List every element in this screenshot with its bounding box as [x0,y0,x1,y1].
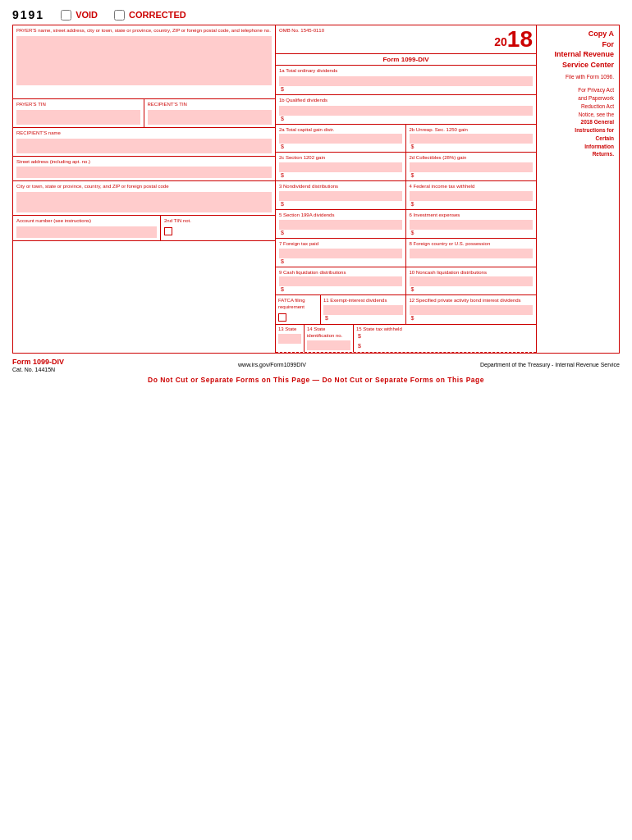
form-copy-number: 9191 [12,8,44,21]
state-14-input[interactable] [307,340,350,350]
field-3-cell: 3 Nondividend distributions $ [276,181,406,209]
field-12-input[interactable] [410,305,534,315]
field-10-input[interactable] [410,276,534,286]
field-7-text: Foreign tax paid [283,241,318,246]
field-1a-input[interactable] [279,76,533,86]
void-checkbox[interactable] [61,10,71,21]
field-2a-2b-row: 2a Total capital gain distr. $ 2b Unreap… [276,125,536,153]
field-2c-num: 2c [279,155,284,160]
field-8-label: 8 Foreign country or U.S. possession [410,241,534,248]
do-not-cut-1: Do Not Cut or Separate Forms on This Pag… [148,376,310,384]
field-2d-text: Collectibles (28%) gain [416,155,466,160]
field-1b-dollar: $ [281,116,533,121]
corrected-checkbox[interactable] [114,10,125,21]
second-tin-cell: 2nd TIN not. [161,216,275,240]
field-12-dollar: $ [411,315,534,321]
field-1b-section: 1b Qualified dividends $ [276,95,536,125]
field-8-input[interactable] [410,249,534,258]
field-7-num: 7 [279,241,282,246]
fatca-11-12-row: FATCA filing requirement 11 Exempt-inter… [276,295,536,325]
recipient-tin-label: RECIPIENT'S TIN [148,102,272,108]
privacy-line5: 2018 General [542,118,614,126]
field-4-label: 4 Federal income tax withheld [410,184,534,190]
state-15-dollar1: $ [358,333,534,339]
field-1b-input[interactable] [279,106,533,116]
fatca-checkbox[interactable] [278,313,286,322]
state-14-label: 14 State identification no. [307,326,350,340]
field-2a-input[interactable] [279,134,402,144]
footer-form-number: Form 1099-DIV [12,358,64,366]
city-input[interactable] [16,192,272,212]
copy-a-title: Copy A For Internal Revenue Service Cent… [542,29,614,70]
field-2a-num: 2a [279,127,285,132]
field-1a-section: 1a Total ordinary dividends $ [276,66,536,95]
field-3-input[interactable] [279,191,402,201]
field-2d-input[interactable] [410,162,534,172]
field-8-text: Foreign country or U.S. possession [414,241,491,246]
field-11-dollar: $ [325,315,403,321]
account-tin-row: Account number (see instructions) 2nd TI… [13,216,275,241]
second-tin-label: 2nd TIN not. [164,218,272,225]
field-9-text: Cash liquidation distributions [283,270,346,275]
street-address-section: Street address (including apt. no.) [13,157,275,182]
state-15-cell: 15 State tax withheld $ $ [354,325,536,352]
field-7-dollar: $ [281,258,402,264]
account-input[interactable] [16,226,157,238]
field-9-input[interactable] [279,276,402,286]
state-14-cell: 14 State identification no. [305,325,354,352]
corrected-group: CORRECTED [114,10,186,21]
field-2b-cell: 2b Unreap. Sec. 1250 gain $ [406,125,537,153]
field-5-cell: 5 Section 199A dividends $ [276,210,406,238]
field-5-6-row: 5 Section 199A dividends $ 6 Investment … [276,210,536,239]
field-2d-cell: 2d Collectibles (28%) gain $ [406,153,537,180]
payer-info-section: PAYER'S name, street address, city or to… [13,25,275,99]
recipient-name-input[interactable] [16,139,272,153]
second-tin-checkbox[interactable] [164,227,172,235]
do-not-cut-2: Do Not Cut or Separate Forms on This Pag… [322,376,484,384]
field-2c-label: 2c Section 1202 gain [279,155,402,162]
year-prefix: 20 [494,36,507,48]
field-11-label: 11 Exempt-interest dividends [323,298,403,304]
field-2b-label: 2b Unreap. Sec. 1250 gain [410,127,534,134]
recipient-tin-cell: RECIPIENT'S TIN [144,99,276,127]
field-1b-num: 1b [279,98,285,103]
privacy-line9: Returns. [542,150,614,158]
do-not-cut-line: Do Not Cut or Separate Forms on This Pag… [12,376,620,384]
field-5-input[interactable] [279,220,402,230]
payer-tin-input[interactable] [16,110,140,125]
field-1a-label: 1a Total ordinary dividends [279,68,533,75]
top-bar: 9191 VOID CORRECTED [12,8,620,21]
footer-cat: Cat. No. 14415N [12,367,64,372]
field-2a-label: 2a Total capital gain distr. [279,127,402,134]
field-2c-input[interactable] [279,162,402,172]
field-5-text: Section 199A dividends [283,212,334,217]
field-11-num: 11 [323,298,329,303]
fatca-11-cell: FATCA filing requirement 11 Exempt-inter… [276,295,406,324]
privacy-line4: Notice, see the [542,111,614,119]
privacy-line2: and Paperwork [542,94,614,103]
field-11-input[interactable] [323,305,403,315]
form-name-row: Form 1099-DIV [276,54,536,66]
field-4-input[interactable] [410,191,534,201]
street-input[interactable] [16,167,272,178]
field-2b-input[interactable] [410,134,534,144]
state-13-input[interactable] [278,334,301,344]
field-6-text: Investment expenses [414,212,460,217]
recipient-tin-input[interactable] [148,110,272,125]
field-9-label: 9 Cash liquidation distributions [279,270,402,276]
field-1b-label: 1b Qualified dividends [279,98,533,104]
irs-label: Internal Revenue [542,49,614,60]
state-15-label: 15 State tax withheld [356,326,534,333]
payer-info-input[interactable] [16,36,272,85]
field-3-label: 3 Nondividend distributions [279,184,402,190]
field-6-num: 6 [410,212,412,217]
form-container: PAYER'S name, street address, city or to… [12,25,620,354]
account-cell: Account number (see instructions) [13,216,161,240]
footer-website: www.irs.gov/Form1099DIV [238,362,306,368]
file-with-label: File with Form 1096. [542,74,614,80]
state-13-text: State [285,326,296,331]
field-2a-cell: 2a Total capital gain distr. $ [276,125,406,153]
field-2d-label: 2d Collectibles (28%) gain [410,155,534,162]
field-7-input[interactable] [279,249,402,258]
field-6-input[interactable] [410,220,534,230]
